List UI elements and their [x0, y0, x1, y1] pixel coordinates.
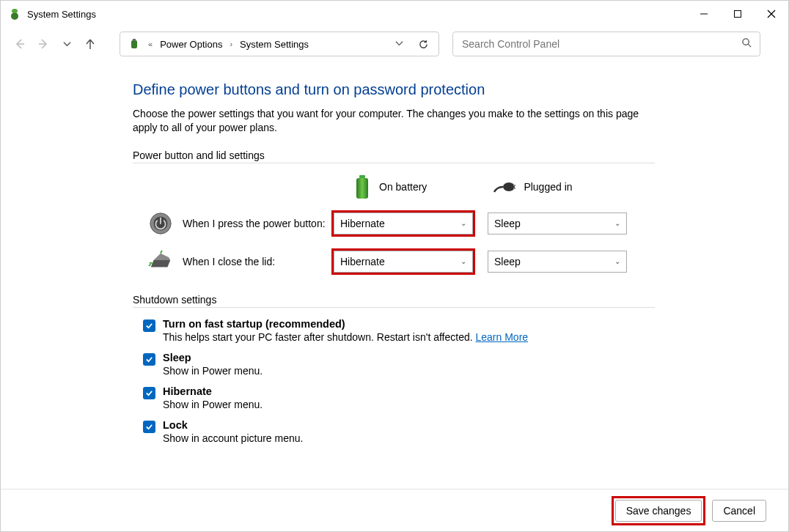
plugged-in-header: Plugged in	[493, 179, 572, 195]
lid-plugged-value: Sleep	[494, 256, 521, 267]
lid-icon	[147, 248, 174, 275]
save-changes-button[interactable]: Save changes	[615, 500, 702, 522]
lock-title: Lock	[163, 419, 188, 431]
lock-sub: Show in account picture menu.	[163, 432, 303, 444]
plug-icon	[493, 179, 516, 195]
power-plan-icon	[128, 37, 141, 51]
hibernate-title: Hibernate	[163, 385, 212, 397]
battery-icon	[353, 174, 372, 200]
shutdown-settings-list: Turn on fast startup (recommended) This …	[143, 318, 788, 444]
app-icon	[8, 7, 21, 21]
fast-startup-sub: This helps start your PC faster after sh…	[163, 331, 473, 343]
search-input[interactable]	[460, 37, 741, 51]
search-icon	[741, 37, 752, 51]
lid-battery-value: Hibernate	[340, 256, 385, 267]
svg-rect-15	[513, 185, 515, 186]
page-heading: Define power buttons and turn on passwor…	[133, 81, 788, 98]
chevron-down-icon: ⌄	[614, 219, 620, 227]
page-description: Choose the power settings that you want …	[133, 107, 646, 135]
maximize-button[interactable]	[721, 1, 755, 27]
close-lid-row: When I close the lid: Hibernate ⌄ Sleep …	[133, 248, 788, 275]
toolbar: « Power Options › System Settings	[1, 27, 788, 61]
column-headers: On battery Plugged in	[133, 174, 788, 200]
refresh-button[interactable]	[415, 36, 431, 52]
chevron-down-icon: ⌄	[614, 257, 620, 265]
svg-line-11	[748, 44, 751, 47]
hibernate-checkbox[interactable]	[143, 387, 155, 399]
svg-point-0	[11, 12, 18, 20]
power-button-battery-wrap: Hibernate ⌄	[334, 213, 473, 234]
svg-rect-16	[513, 188, 515, 189]
nav-back-button[interactable]	[11, 35, 29, 53]
power-button-battery-select[interactable]: Hibernate ⌄	[334, 213, 473, 234]
nav-up-button[interactable]	[81, 35, 99, 53]
close-button[interactable]	[755, 1, 788, 27]
lock-item: Lock Show in account picture menu.	[143, 419, 788, 444]
titlebar: System Settings	[1, 1, 788, 27]
sleep-checkbox[interactable]	[143, 353, 155, 366]
power-button-battery-value: Hibernate	[340, 218, 385, 229]
divider	[133, 307, 655, 308]
plugged-in-label: Plugged in	[524, 181, 572, 193]
breadcrumb-system-settings[interactable]: System Settings	[240, 39, 309, 50]
breadcrumb-sep-icon: ›	[228, 40, 234, 48]
footer: Save changes Cancel	[1, 489, 788, 531]
content-area: Define power buttons and turn on passwor…	[1, 61, 788, 489]
svg-rect-8	[131, 40, 137, 48]
nav-forward-button[interactable]	[34, 35, 52, 53]
address-dropdown-icon[interactable]	[395, 38, 403, 50]
lid-battery-wrap: Hibernate ⌄	[334, 251, 473, 273]
learn-more-link[interactable]: Learn More	[476, 331, 529, 343]
divider	[133, 163, 655, 163]
lock-checkbox[interactable]	[143, 421, 155, 433]
svg-rect-12	[359, 175, 365, 178]
svg-rect-9	[133, 39, 136, 41]
lid-plugged-select[interactable]: Sleep ⌄	[488, 251, 627, 273]
nav-recent-dropdown[interactable]	[58, 35, 76, 53]
power-button-icon	[147, 210, 174, 237]
lid-battery-select[interactable]: Hibernate ⌄	[334, 251, 473, 273]
breadcrumb-power-options[interactable]: Power Options	[160, 39, 222, 50]
svg-point-1	[12, 9, 18, 13]
power-button-section-label: Power button and lid settings	[133, 149, 788, 161]
cancel-button[interactable]: Cancel	[712, 500, 766, 522]
on-battery-label: On battery	[379, 181, 427, 193]
power-button-label: When I press the power button:	[174, 218, 334, 229]
sleep-item: Sleep Show in Power menu.	[143, 352, 788, 377]
search-box[interactable]	[452, 32, 760, 56]
sleep-title: Sleep	[163, 352, 191, 363]
fast-startup-title: Turn on fast startup (recommended)	[163, 318, 345, 330]
address-bar[interactable]: « Power Options › System Settings	[120, 32, 439, 56]
fast-startup-item: Turn on fast startup (recommended) This …	[143, 318, 788, 343]
chevron-down-icon: ⌄	[460, 219, 466, 227]
breadcrumb-root[interactable]: «	[147, 40, 154, 48]
sleep-sub: Show in Power menu.	[163, 365, 263, 377]
svg-point-14	[503, 182, 515, 191]
power-button-plugged-select[interactable]: Sleep ⌄	[488, 213, 627, 234]
minimize-button[interactable]	[687, 1, 721, 27]
power-button-plugged-value: Sleep	[494, 218, 521, 229]
chevron-down-icon: ⌄	[460, 257, 466, 265]
power-button-row: When I press the power button: Hibernate…	[133, 210, 788, 237]
lid-plugged-wrap: Sleep ⌄	[488, 251, 627, 273]
on-battery-header: On battery	[353, 174, 427, 200]
svg-rect-3	[735, 11, 741, 18]
window-title: System Settings	[27, 9, 96, 20]
hibernate-sub: Show in Power menu.	[163, 399, 263, 410]
fast-startup-checkbox[interactable]	[143, 319, 155, 332]
svg-point-10	[743, 39, 749, 45]
save-highlight: Save changes	[614, 498, 704, 523]
close-lid-label: When I close the lid:	[174, 256, 334, 267]
svg-rect-13	[356, 178, 368, 199]
hibernate-item: Hibernate Show in Power menu.	[143, 385, 788, 410]
power-button-plugged-wrap: Sleep ⌄	[488, 213, 627, 234]
shutdown-section-label: Shutdown settings	[133, 294, 788, 306]
